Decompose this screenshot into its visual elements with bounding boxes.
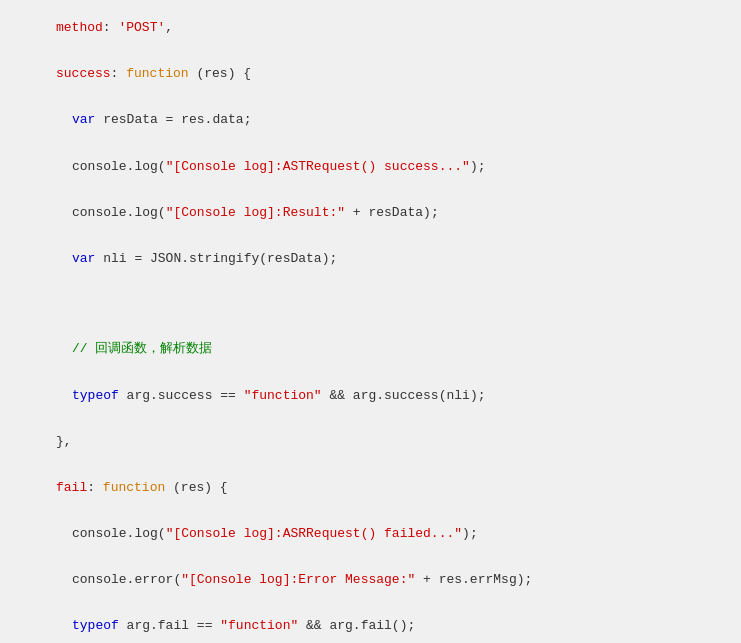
code-line: console.log("[Console log]:ASRRequest() … xyxy=(0,522,741,546)
code-editor: method: 'POST',success: function (res) {… xyxy=(0,0,741,643)
code-line: typeof arg.success == "function" && arg.… xyxy=(0,384,741,408)
code-token: + res.errMsg); xyxy=(415,572,532,587)
code-token: "function" xyxy=(244,388,322,403)
code-line: method: 'POST', xyxy=(0,16,741,40)
code-token: }, xyxy=(56,434,72,449)
code-token: : xyxy=(111,66,127,81)
code-token: 'POST' xyxy=(118,20,165,35)
code-line: fail: function (res) { xyxy=(0,476,741,500)
code-token: ); xyxy=(470,159,486,174)
code-token: console.log( xyxy=(72,159,166,174)
code-line: }, xyxy=(0,430,741,454)
code-token: "[Console log]:ASRRequest() failed..." xyxy=(166,526,462,541)
code-token: (res) { xyxy=(165,480,227,495)
code-token: , xyxy=(165,20,173,35)
code-token: arg.fail == xyxy=(119,618,220,633)
code-token: console.log( xyxy=(72,205,166,220)
code-line: var nli = JSON.stringify(resData); xyxy=(0,247,741,271)
code-empty-line xyxy=(0,225,741,247)
code-token: && arg.fail(); xyxy=(298,618,415,633)
code-token: console.error( xyxy=(72,572,181,587)
code-token: : xyxy=(103,20,119,35)
code-line: console.log("[Console log]:Result:" + re… xyxy=(0,201,741,225)
code-line: success: function (res) { xyxy=(0,62,741,86)
code-empty-line xyxy=(0,408,741,430)
code-line: typeof arg.fail == "function" && arg.fai… xyxy=(0,614,741,638)
code-token: function xyxy=(103,480,165,495)
code-token: method xyxy=(56,20,103,35)
code-line: console.log("[Console log]:ASTRequest() … xyxy=(0,155,741,179)
code-token: "[Console log]:ASTRequest() success..." xyxy=(166,159,470,174)
code-line: // 回调函数，解析数据 xyxy=(0,337,741,361)
code-line: console.error("[Console log]:Error Messa… xyxy=(0,568,741,592)
code-token: var xyxy=(72,251,95,266)
code-token: (res) { xyxy=(189,66,251,81)
code-empty-line xyxy=(0,86,741,108)
code-token: "[Console log]:Result:" xyxy=(166,205,345,220)
code-empty-line xyxy=(0,454,741,476)
code-empty-line xyxy=(0,592,741,614)
code-empty-line xyxy=(0,293,741,315)
code-empty-line xyxy=(0,315,741,337)
code-empty-line xyxy=(0,639,741,643)
code-empty-line xyxy=(0,179,741,201)
code-token: typeof xyxy=(72,388,119,403)
code-token: : xyxy=(87,480,103,495)
code-token: console.log( xyxy=(72,526,166,541)
code-empty-line xyxy=(0,132,741,154)
code-token: "[Console log]:Error Message:" xyxy=(181,572,415,587)
code-token: typeof xyxy=(72,618,119,633)
code-empty-line xyxy=(0,546,741,568)
code-empty-line xyxy=(0,40,741,62)
code-token: resData = res.data; xyxy=(95,112,251,127)
code-empty-line xyxy=(0,361,741,383)
code-token: fail xyxy=(56,480,87,495)
code-token: var xyxy=(72,112,95,127)
code-token: nli = JSON.stringify(resData); xyxy=(95,251,337,266)
code-token: arg.success == xyxy=(119,388,244,403)
code-token: success xyxy=(56,66,111,81)
code-empty-line xyxy=(0,500,741,522)
code-token: ); xyxy=(462,526,478,541)
code-token: && arg.success(nli); xyxy=(322,388,486,403)
code-token: function xyxy=(126,66,188,81)
code-token: // 回调函数，解析数据 xyxy=(72,341,212,356)
code-line: var resData = res.data; xyxy=(0,108,741,132)
code-token: "function" xyxy=(220,618,298,633)
code-empty-line xyxy=(0,271,741,293)
code-token: + resData); xyxy=(345,205,439,220)
